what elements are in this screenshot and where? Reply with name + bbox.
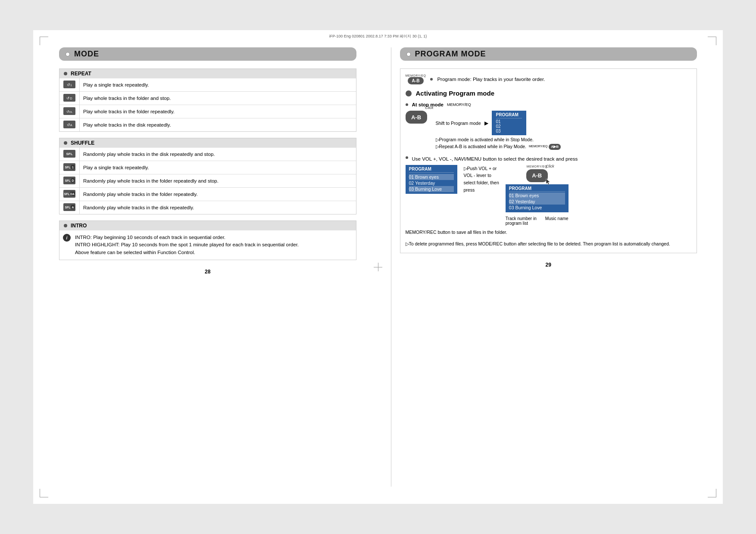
stop-note-2-row: ▷Repeat A-B is activated while in Play M… (436, 143, 692, 150)
program-list-box-2: PROGRAM 01 Brown eyes 02 Yesterday 03 Bu… (506, 184, 569, 212)
click-label-right: Click (546, 164, 554, 168)
shuffle-dot (64, 141, 67, 145)
shift-text: Shift to Program mode (436, 121, 481, 126)
svg-text:↺1: ↺1 (67, 83, 72, 87)
prog-list2-row-3: 03 Burning Love (509, 205, 565, 211)
shuffle-row-2-text: Play a single track repeatedly. (80, 161, 356, 174)
intro-text-1: INTRO: Play beginning 10 seconds of each… (75, 235, 225, 240)
intro-section: INTRO i INTRO: Play beginning 10 seconds… (59, 220, 356, 260)
program-box-stop: PROGRAM 01 02 03 (492, 111, 526, 135)
table-row: ↺D Play whole tracks in the folder and s… (59, 92, 356, 105)
svg-text:↺DL: ↺DL (66, 110, 73, 114)
table-row: SFL DA Randomly play whole tracks in the… (59, 188, 356, 201)
program-section-header: PROGRAM MODE (400, 47, 697, 61)
prog-list-row-2: 02 Yesterday (409, 180, 454, 186)
repeat-row-2-text: Play whole tracks in the folder and stop… (80, 92, 356, 105)
use-vol-dot (406, 156, 408, 159)
sflda-icon: SFL DA (59, 188, 80, 201)
repeat-table: ↺1 Play a single track repeatedly. ↺D Pl… (59, 78, 356, 131)
mode-section-header: MODE (59, 47, 356, 61)
svg-text:SFL: SFL (65, 179, 71, 182)
vol-note-2: VOL - lever to (464, 172, 499, 179)
left-page-num: 28 (59, 269, 356, 275)
memory-eq-right-label: MEMORY/EQ (527, 165, 547, 168)
stop-mode-left: Click A-B (406, 111, 427, 124)
shuffle-row-4-text: Randomly play whole tracks in the folder… (80, 188, 356, 201)
intro-text-block: INTRO: Play beginning 10 seconds of each… (75, 234, 299, 256)
memory-eq-small-label: MEMORY/EQ (529, 144, 547, 149)
program-intro-text: Program mode: Play tracks in your favori… (437, 77, 545, 82)
shuffle-header: SHUFFLE (59, 138, 356, 148)
repeat-icon-a: ↺A (59, 118, 80, 132)
repeat-row-3-text: Play whole tracks in the folder repeated… (80, 105, 356, 118)
sfl-icon: SFL (59, 148, 80, 161)
shuffle-row-5-text: Randomly play whole tracks in the disk r… (80, 201, 356, 214)
svg-text:SFL: SFL (64, 192, 70, 196)
table-row: SFL A Randomly play whole tracks in the … (59, 201, 356, 214)
svg-text:A: A (72, 206, 74, 209)
table-row: SFL Randomly play whole tracks in the di… (59, 148, 356, 161)
prog-list2-row-1: 01 Brown eyes (509, 192, 565, 199)
center-cross (374, 263, 382, 271)
prog-row-02: 02 (496, 124, 522, 129)
stop-mode-dot (406, 103, 408, 106)
bottom-note-save: MEMORY/REC button to save all files in t… (406, 229, 692, 236)
vol-note-1: ▷Push VOL + or (464, 165, 499, 172)
left-column: MODE REPEAT ↺1 Play a single track repea… (59, 47, 365, 487)
memory-click-right: MEMORY/EQ Click A-B (506, 165, 569, 182)
use-vol-label-row: Use VOL +, VOL -, NAVI/MENU button to se… (406, 156, 692, 161)
stop-mode-section: At stop mode MEMORY/EQ Click A-B Shi (406, 102, 692, 150)
prog-row-01: 01 (496, 119, 522, 124)
memory-eq-box: MEMORY/EQ A-B (406, 74, 426, 84)
prog-list-row-3: 03 Burning Love (409, 186, 454, 192)
stop-note-2: ▷Repeat A-B is activated while in Play M… (436, 143, 527, 150)
sfl1-icon: SFL 1 (59, 161, 80, 174)
ab-button-small: A▶B (549, 144, 561, 150)
intro-i-icon: i (63, 234, 71, 256)
program-mode-title: PROGRAM MODE (415, 50, 486, 59)
ab-button-top: A-B (408, 77, 424, 84)
table-row: ↺A Play whole tracks in the disk repeate… (59, 118, 356, 132)
stop-notes: ▷Program mode is activated while in Stop… (436, 137, 692, 150)
ab-button-right[interactable]: A-B (526, 169, 548, 182)
intro-box: i INTRO: Play beginning 10 seconds of ea… (59, 230, 356, 260)
svg-text:1: 1 (72, 166, 74, 169)
corner-mark-tr (708, 37, 716, 45)
sfld-icon: SFL D (59, 174, 80, 188)
repeat-section: REPEAT ↺1 Play a single track repeatedly… (59, 68, 356, 132)
shuffle-table: SFL Randomly play whole tracks in the di… (59, 148, 356, 214)
sfld-icon-svg: SFL D (63, 176, 76, 185)
vol-note-3: select folder, then (464, 179, 499, 186)
prog-list-row-1: 01 Brown eyes (409, 174, 454, 180)
vol-middle-notes: ▷Push VOL + or VOL - lever to select fol… (464, 165, 499, 194)
sfla-icon-svg: SFL A (63, 203, 76, 211)
svg-text:↺D: ↺D (66, 96, 72, 100)
shuffle-title: SHUFFLE (71, 140, 94, 146)
track-label-2: Music name (545, 216, 569, 226)
page: iFP-100 Eng 020801 2002.8.17 7:33 PM 페이지… (33, 30, 723, 504)
table-row: SFL 1 Play a single track repeatedly. (59, 161, 356, 174)
corner-mark-tl (40, 37, 48, 45)
sflda-icon-svg: SFL DA (63, 189, 76, 198)
use-vol-section: Use VOL +, VOL -, NAVI/MENU button to se… (406, 156, 692, 236)
svg-text:SFL: SFL (66, 152, 72, 156)
table-row: SFL D Randomly play whole tracks in the … (59, 174, 356, 188)
bottom-note-text: MEMORY/REC button to save all files in t… (406, 230, 507, 235)
program-intro-dot (430, 78, 433, 81)
activating-dot (406, 90, 412, 96)
svg-text:↺A: ↺A (67, 123, 72, 127)
repeat-icon-d: ↺D (59, 92, 80, 105)
intro-dot (64, 224, 67, 227)
stop-mode-label: At stop mode MEMORY/EQ (406, 102, 692, 107)
repeat-icon-1: ↺1 (59, 78, 80, 92)
repeat-a-icon: ↺A (63, 120, 76, 129)
ab-button-stop: A-B (406, 111, 427, 124)
shift-row: Shift to Program mode ▶ PROGRAM 01 02 03 (436, 111, 692, 135)
click-container: Click A-B (406, 111, 427, 124)
repeat-dl-icon: ↺DL (63, 107, 76, 115)
click-label-top: Click (425, 106, 434, 110)
repeat-dot (64, 72, 67, 75)
program-content: MEMORY/EQ A-B Program mode: Play tracks … (400, 68, 697, 253)
repeat-icon-dl: ↺DL (59, 105, 80, 118)
program-list-box-1: PROGRAM 01 Brown eyes 02 Yesterday 03 Bu… (406, 165, 457, 194)
